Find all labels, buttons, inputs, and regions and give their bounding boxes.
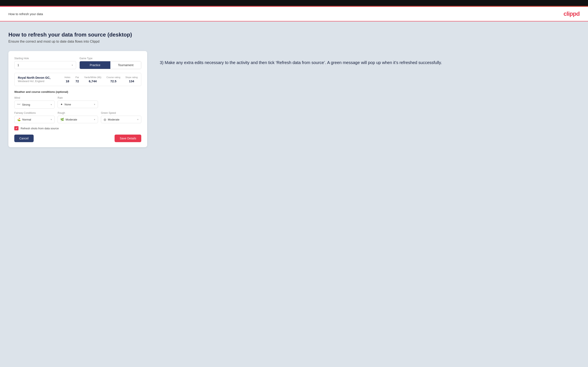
rain-value: None — [65, 103, 71, 106]
green-select[interactable]: ◎ Moderate ▾ — [101, 116, 141, 123]
green-label: Green Speed — [101, 111, 141, 114]
yards-value: 6,744 — [84, 79, 101, 83]
top-fields-row: Starting Hole 1 ▾ Game Type Practice Tou… — [14, 57, 141, 69]
course-name: Royal North Devon GC, — [18, 76, 51, 79]
par-value: 72 — [76, 79, 79, 83]
rain-group: Rain ✦ None ▾ — [58, 96, 98, 108]
fairway-group: Fairway Conditions ⛳ Normal ▾ — [14, 111, 55, 123]
slope-rating-value: 134 — [125, 79, 138, 83]
refresh-checkbox[interactable]: ✓ — [14, 126, 18, 130]
course-rating-label: Course rating — [106, 76, 120, 79]
instruction-panel: 3) Make any extra edits necessary to the… — [160, 51, 579, 66]
checkmark-icon: ✓ — [15, 127, 18, 130]
rain-label: Rain — [58, 96, 98, 99]
course-info: Royal North Devon GC, Westward Ho!, Engl… — [18, 76, 51, 83]
rain-icon: ✦ — [60, 103, 63, 106]
rough-select[interactable]: 🌿 Moderate ▾ — [58, 116, 98, 123]
chevron-down-icon: ▾ — [72, 64, 73, 67]
green-icon: ◎ — [104, 118, 106, 121]
fairway-select[interactable]: ⛳ Normal ▾ — [14, 116, 55, 123]
starting-hole-group: Starting Hole 1 ▾ — [14, 57, 76, 69]
green-select-inner: ◎ Moderate — [104, 118, 119, 121]
holes-value: 18 — [65, 79, 70, 83]
green-value: Moderate — [108, 118, 119, 121]
game-type-buttons: Practice Tournament — [79, 61, 141, 69]
stat-holes: Holes 18 — [65, 76, 70, 83]
wind-group: Wind 〰 Strong ▾ — [14, 96, 55, 108]
stat-par: Par 72 — [76, 76, 79, 83]
rough-label: Rough — [58, 111, 98, 114]
fairway-rough-green-row: Fairway Conditions ⛳ Normal ▾ Rough 🌿 — [14, 111, 141, 123]
refresh-label: Refresh shots from data source — [21, 127, 59, 130]
rough-icon: 🌿 — [60, 118, 64, 121]
wind-label: Wind — [14, 96, 55, 99]
top-bar — [0, 0, 588, 6]
par-label: Par — [76, 76, 79, 79]
content-area: Starting Hole 1 ▾ Game Type Practice Tou… — [9, 51, 579, 147]
wind-select-inner: 〰 Strong — [17, 103, 30, 107]
wind-value: Strong — [22, 103, 30, 106]
starting-hole-label: Starting Hole — [14, 57, 76, 60]
fairway-label: Fairway Conditions — [14, 111, 55, 114]
chevron-down-icon: ▾ — [94, 103, 95, 106]
course-main-row: Royal North Devon GC, Westward Ho!, Engl… — [18, 76, 138, 83]
wind-select[interactable]: 〰 Strong ▾ — [14, 100, 55, 108]
buttons-row: Cancel Save Details — [14, 134, 141, 142]
holes-label: Holes — [65, 76, 70, 79]
stat-course-rating: Course rating 72.5 — [106, 76, 120, 83]
green-group: Green Speed ◎ Moderate ▾ — [101, 111, 141, 123]
rough-select-inner: 🌿 Moderate — [60, 118, 77, 121]
conditions-title: Weather and course conditions (optional) — [14, 90, 141, 93]
yards-label: Yards/White (M)) — [84, 76, 101, 79]
fairway-value: Normal — [22, 118, 31, 121]
page-subheading: Ensure the correct and most up to date d… — [9, 40, 579, 43]
starting-hole-value: 1 — [17, 63, 19, 67]
wind-icon: 〰 — [17, 103, 20, 107]
stat-yards: Yards/White (M)) 6,744 — [84, 76, 101, 83]
main-content: How to refresh your data from source (de… — [0, 21, 588, 367]
course-stats: Holes 18 Par 72 Yards/White (M)) 6,744 — [65, 76, 138, 83]
practice-button[interactable]: Practice — [80, 61, 110, 69]
rain-select[interactable]: ✦ None ▾ — [58, 100, 98, 108]
course-rating-value: 72.5 — [106, 79, 120, 83]
starting-hole-select[interactable]: 1 ▾ — [14, 61, 76, 69]
stat-slope-rating: Slope rating 134 — [125, 76, 138, 83]
header: How to refresh your data clippd — [0, 7, 588, 21]
course-location: Westward Ho!, England — [18, 80, 51, 83]
rough-value: Moderate — [66, 118, 77, 121]
game-type-group: Game Type Practice Tournament — [79, 57, 141, 69]
refresh-checkbox-row: ✓ Refresh shots from data source — [14, 126, 141, 130]
course-card: Royal North Devon GC, Westward Ho!, Engl… — [14, 73, 141, 86]
instruction-text: 3) Make any extra edits necessary to the… — [160, 59, 579, 66]
logo: clippd — [564, 10, 579, 17]
form-panel: Starting Hole 1 ▾ Game Type Practice Tou… — [9, 51, 147, 147]
chevron-down-icon: ▾ — [137, 118, 138, 121]
chevron-down-icon: ▾ — [94, 118, 95, 121]
save-details-button[interactable]: Save Details — [115, 134, 141, 142]
fairway-icon: ⛳ — [17, 118, 21, 121]
rain-select-inner: ✦ None — [60, 103, 71, 106]
rough-group: Rough 🌿 Moderate ▾ — [58, 111, 98, 123]
tournament-button[interactable]: Tournament — [110, 61, 141, 69]
page-heading: How to refresh your data from source (de… — [9, 32, 579, 38]
cancel-button[interactable]: Cancel — [14, 134, 34, 142]
chevron-down-icon: ▾ — [51, 118, 52, 121]
chevron-down-icon: ▾ — [51, 103, 52, 106]
slope-rating-label: Slope rating — [125, 76, 138, 79]
wind-rain-row: Wind 〰 Strong ▾ Rain ✦ None — [14, 96, 141, 108]
fairway-select-inner: ⛳ Normal — [17, 118, 31, 121]
game-type-label: Game Type — [79, 57, 141, 60]
header-title: How to refresh your data — [9, 12, 43, 16]
